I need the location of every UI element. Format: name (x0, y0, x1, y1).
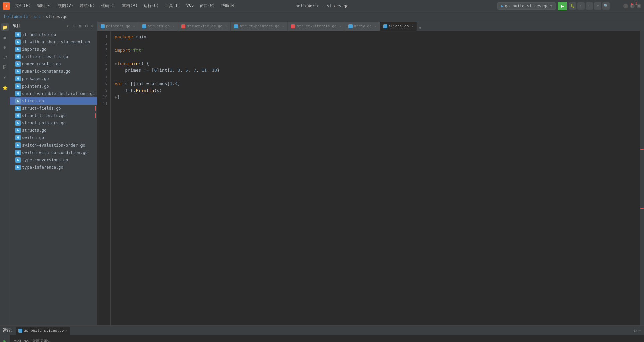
menu-refactor[interactable]: 重构(R) (119, 2, 140, 10)
menu-tools[interactable]: 工具(T) (162, 2, 183, 10)
app-logo: J (3, 2, 10, 10)
file-icon: G (15, 120, 21, 126)
tab-file-icon (101, 24, 105, 28)
tree-item[interactable]: G switch-evaluation-order.go (10, 141, 97, 149)
tab-file-icon (234, 24, 238, 28)
settings-icon[interactable]: ⚙ (84, 23, 88, 29)
file-tree-title: 项目 (13, 23, 64, 29)
sort-button[interactable]: ⇅ (78, 23, 83, 29)
tree-item[interactable]: G switch-with-no-condition.go (10, 149, 97, 156)
menu-help[interactable]: 帮助(H) (218, 2, 239, 10)
editor-tab[interactable]: slices.go ✕ (380, 22, 417, 31)
editor-tab[interactable]: array.go ✕ (345, 22, 380, 31)
file-name: named-results.go (22, 62, 61, 66)
file-icon: G (15, 54, 21, 59)
tree-item[interactable]: G pointers.go (10, 82, 97, 90)
db-icon[interactable]: 🗄 (1, 64, 9, 71)
tree-item[interactable]: G structs.go (10, 127, 97, 134)
file-name: type-conversions.go (22, 158, 68, 162)
breadcrumb-src[interactable]: src (33, 14, 41, 19)
code-line: package main (115, 34, 636, 40)
minimize-button[interactable]: ─ (623, 4, 628, 8)
tree-item[interactable]: G numeric-constants.go (10, 68, 97, 75)
tab-close-button[interactable]: ✕ (411, 24, 413, 28)
run-config-button[interactable]: ▶ go build slices.go ▾ (497, 2, 556, 10)
file-icon: G (15, 69, 21, 74)
tab-close-button[interactable]: ✕ (172, 24, 174, 28)
code-area[interactable]: package main import "fmt" ▶◉func main() … (111, 31, 640, 325)
tab-close-button[interactable]: ✕ (282, 24, 284, 28)
git-icon[interactable]: ⎇ (1, 54, 9, 61)
run-line-button[interactable]: ▶ (111, 60, 113, 67)
more-tabs-button[interactable]: » (417, 26, 423, 31)
file-name: struct-fields.go (22, 106, 61, 111)
menu-run[interactable]: 运行(U) (141, 2, 162, 10)
tree-item[interactable]: G packages.go (10, 75, 97, 82)
tree-item[interactable]: G type-inference.go (10, 164, 97, 171)
search-button[interactable]: 🔍 (602, 2, 610, 10)
menu-navigate[interactable]: 导航(N) (77, 2, 98, 10)
tab-close-button[interactable]: ✕ (339, 24, 341, 28)
tree-item[interactable]: G switch.go (10, 134, 97, 141)
menu-edit[interactable]: 编辑(E) (34, 2, 55, 10)
profile-button[interactable]: ↩ (586, 2, 593, 10)
breadcrumb-file[interactable]: slices.go (46, 14, 67, 19)
file-name: short-variable-declarations.go (22, 91, 94, 96)
menu-view[interactable]: 视图(V) (55, 2, 76, 10)
line-number: 6 (97, 67, 108, 74)
line-number: 4 (97, 54, 108, 60)
tree-item[interactable]: G multiple-results.go (10, 53, 97, 60)
add-file-button[interactable]: ⊕ (66, 23, 70, 29)
tree-item[interactable]: G type-conversions.go (10, 156, 97, 164)
tab-close-button[interactable]: ✕ (133, 24, 135, 28)
menu-code[interactable]: 代码(C) (98, 2, 119, 10)
settings-button[interactable]: ⚙ (634, 328, 636, 333)
tree-item[interactable]: G if-with-a-short-statement.go (10, 38, 97, 46)
more-run-button[interactable]: ⌕ (594, 2, 601, 10)
editor-tab[interactable]: struct-fields.go ✕ (178, 22, 231, 31)
structure-icon[interactable]: ≡ (1, 34, 9, 41)
run-button[interactable]: ▶ (558, 2, 567, 10)
menu-file[interactable]: 文件(F) (13, 2, 34, 10)
tree-item[interactable]: G imports.go (10, 46, 97, 53)
collapse-all-button[interactable]: ≡ (72, 23, 76, 29)
tab-close-button[interactable]: ✕ (225, 24, 227, 28)
file-icon: G (15, 135, 21, 140)
editor-tab[interactable]: pointers.go ✕ (97, 22, 139, 31)
tree-item[interactable]: G slices.go (10, 97, 97, 105)
close-button[interactable]: ✕ (637, 4, 641, 8)
tab-close-button[interactable]: ✕ (374, 24, 376, 28)
close-panel-button[interactable]: ✕ (90, 23, 94, 29)
tree-item[interactable]: G named-results.go (10, 60, 97, 68)
tree-item[interactable]: G struct-fields.go (10, 105, 97, 112)
coverage-button[interactable]: ⚡ (577, 2, 585, 10)
menu-window[interactable]: 窗口(W) (197, 2, 218, 10)
fold-icon-close[interactable]: ◉ (115, 94, 117, 101)
run-tab[interactable]: go build slices.go ✕ (16, 327, 70, 335)
file-name: if-and-else.go (22, 32, 56, 37)
plugins-icon[interactable]: ⭐ (1, 84, 9, 91)
run-tab-close[interactable]: ✕ (65, 329, 67, 332)
bookmarks-icon[interactable]: ⊕ (1, 44, 9, 51)
tree-item[interactable]: G struct-literals.go (10, 112, 97, 119)
editor-tab[interactable]: struct-pointers.go ✕ (231, 22, 288, 31)
fold-icon[interactable]: ◉ (115, 60, 117, 67)
tab-label: struct-fields.go (187, 24, 222, 28)
right-scrollbar[interactable] (640, 31, 644, 325)
run-play-button[interactable]: ▶ (3, 337, 7, 342)
menu-vcs[interactable]: VCS (184, 2, 197, 10)
file-icon: G (15, 113, 21, 118)
file-icon: G (15, 142, 21, 148)
tab-bar: pointers.go ✕ structs.go ✕ struct-fields… (97, 21, 644, 31)
tree-item[interactable]: G if-and-else.go (10, 31, 97, 38)
tree-item[interactable]: G struct-pointers.go (10, 119, 97, 127)
editor-tab[interactable]: struct-literals.go ✕ (288, 22, 345, 31)
breadcrumb-home[interactable]: helloWorld (4, 14, 28, 19)
services-icon[interactable]: ⚡ (1, 74, 9, 81)
line-number: 1 (97, 34, 108, 40)
minimize-panel-button[interactable]: ─ (639, 328, 641, 333)
tree-item[interactable]: G short-variable-declarations.go (10, 90, 97, 97)
editor-tab[interactable]: structs.go ✕ (139, 22, 178, 31)
project-icon[interactable]: 📁 (1, 23, 9, 31)
debug-button[interactable]: 🐛 (569, 2, 576, 10)
